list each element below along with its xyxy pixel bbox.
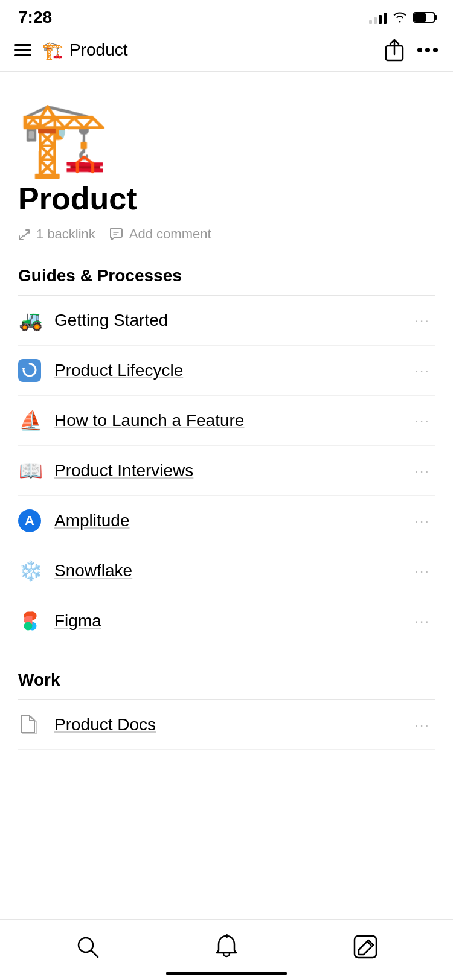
status-bar: 7:28 xyxy=(0,0,453,33)
compose-icon[interactable] xyxy=(350,932,381,962)
nav-title-text: Product xyxy=(69,40,128,60)
add-comment-label: Add comment xyxy=(129,226,211,242)
list-item[interactable]: 🚜 Getting Started ··· xyxy=(18,296,435,346)
item-more-button[interactable]: ··· xyxy=(410,560,435,582)
svg-point-9 xyxy=(24,622,33,631)
list-item-left: ⛵ How to Launch a Feature xyxy=(18,409,244,432)
nav-right xyxy=(384,39,439,62)
item-label: Getting Started xyxy=(54,311,168,330)
guides-section-title: Guides & Processes xyxy=(18,266,435,285)
backlinks[interactable]: 1 backlink xyxy=(18,226,95,242)
page-title: Product xyxy=(18,180,435,217)
list-item[interactable]: Product Docs ··· xyxy=(18,700,435,750)
item-more-button[interactable]: ··· xyxy=(410,610,435,632)
list-item[interactable]: Product Lifecycle ··· xyxy=(18,346,435,396)
item-emoji xyxy=(18,609,43,632)
nav-emoji: 🏗️ xyxy=(42,40,63,60)
notification-icon[interactable] xyxy=(211,932,242,962)
list-item-left: ❄️ Snowflake xyxy=(18,559,132,582)
status-icons xyxy=(369,11,435,24)
home-indicator xyxy=(166,972,287,975)
list-item[interactable]: ⛵ How to Launch a Feature ··· xyxy=(18,396,435,446)
list-item-left: 📖 Product Interviews xyxy=(18,459,193,482)
svg-rect-4 xyxy=(18,359,41,382)
item-label: Figma xyxy=(54,611,101,631)
item-label: Amplitude xyxy=(54,511,130,530)
item-label: Snowflake xyxy=(54,561,132,581)
item-label: How to Launch a Feature xyxy=(54,411,244,430)
hero-image: 🏗️ xyxy=(18,102,435,174)
item-emoji xyxy=(18,713,43,736)
more-button[interactable] xyxy=(417,47,439,53)
top-nav: 🏗️ Product xyxy=(0,33,453,72)
search-nav-item[interactable] xyxy=(72,932,103,962)
work-section: Work Product Docs ··· xyxy=(18,670,435,750)
backlink-icon xyxy=(18,228,31,241)
bottom-nav xyxy=(0,919,453,980)
svg-point-2 xyxy=(425,48,430,52)
item-emoji: 📖 xyxy=(18,459,43,482)
list-item[interactable]: ❄️ Snowflake ··· xyxy=(18,546,435,596)
item-label: Product Docs xyxy=(54,715,156,734)
guides-section: Guides & Processes 🚜 Getting Started ··· xyxy=(18,266,435,646)
hero-emoji: 🏗️ xyxy=(18,102,435,174)
main-content: 🏗️ Product 1 backlink Add comment Guides… xyxy=(0,72,453,841)
list-item[interactable]: Figma ··· xyxy=(18,596,435,646)
nav-left: 🏗️ Product xyxy=(14,40,128,60)
status-time: 7:28 xyxy=(18,8,52,27)
item-emoji: A xyxy=(18,509,43,532)
signal-icon xyxy=(369,11,387,24)
list-item-left: Product Docs xyxy=(18,713,156,736)
list-item-left: Figma xyxy=(18,609,101,632)
svg-text:A: A xyxy=(25,513,34,528)
share-button[interactable] xyxy=(384,39,405,62)
work-section-title: Work xyxy=(18,670,435,690)
item-label: Product Lifecycle xyxy=(54,361,183,380)
item-more-button[interactable]: ··· xyxy=(410,714,435,736)
item-more-button[interactable]: ··· xyxy=(410,360,435,381)
nav-title: 🏗️ Product xyxy=(42,40,128,60)
item-more-button[interactable]: ··· xyxy=(410,310,435,331)
compose-nav-item[interactable] xyxy=(350,932,381,962)
list-item-left: Product Lifecycle xyxy=(18,359,183,382)
item-more-button[interactable]: ··· xyxy=(410,410,435,431)
menu-icon[interactable] xyxy=(14,44,31,56)
battery-icon xyxy=(413,12,435,23)
comment-icon xyxy=(110,228,124,241)
list-item-left: A Amplitude xyxy=(18,509,130,532)
item-more-button[interactable]: ··· xyxy=(410,460,435,482)
item-emoji xyxy=(18,359,43,382)
item-emoji: ⛵ xyxy=(18,409,43,432)
search-icon[interactable] xyxy=(72,932,103,962)
page-meta: 1 backlink Add comment xyxy=(18,226,435,242)
item-emoji: 🚜 xyxy=(18,309,43,332)
svg-point-3 xyxy=(433,48,438,52)
svg-rect-11 xyxy=(355,936,376,958)
add-comment[interactable]: Add comment xyxy=(110,226,211,242)
backlinks-count: 1 backlink xyxy=(36,226,95,242)
notifications-nav-item[interactable] xyxy=(211,932,242,962)
list-item[interactable]: A Amplitude ··· xyxy=(18,496,435,546)
wifi-icon xyxy=(393,12,407,23)
item-emoji: ❄️ xyxy=(18,559,43,582)
svg-point-1 xyxy=(417,48,422,52)
list-item-left: 🚜 Getting Started xyxy=(18,309,168,332)
item-label: Product Interviews xyxy=(54,461,193,480)
item-more-button[interactable]: ··· xyxy=(410,510,435,532)
list-item[interactable]: 📖 Product Interviews ··· xyxy=(18,446,435,496)
